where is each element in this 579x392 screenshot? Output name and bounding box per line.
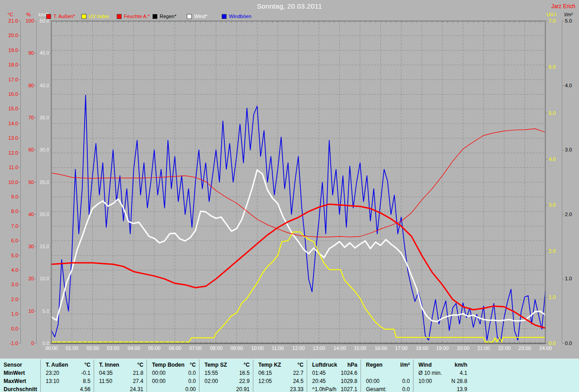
table-col-wind: Windkm/hØ 10 min.4.110:00N 28.813.9: [413, 359, 470, 392]
axis-tick-wind: 45.0: [34, 51, 49, 56]
axis-tick-temp: 19.0: [3, 48, 18, 53]
axis-tick-temp: 5.0: [3, 253, 18, 258]
axis-tick-uv: 4.0: [549, 157, 562, 162]
table-cell-value: 1027.1: [341, 386, 361, 392]
axis-tick-uv: 3.0: [549, 203, 562, 208]
table-cell-row: 12:0524.5: [253, 378, 307, 385]
axis-tick-temp: 4.0: [3, 268, 18, 273]
table-cell-row: 13:108.5: [40, 378, 94, 385]
table-cell-time: Wind: [413, 362, 432, 368]
table-cell-value: km/h: [455, 362, 470, 368]
axis-tick-wind: 10.0: [34, 276, 49, 281]
axis-tick-temp: 3.0: [3, 282, 18, 287]
time-label: 17:00: [391, 345, 411, 351]
axis-tick-temp: 20.0: [3, 33, 18, 38]
time-label: 18:00: [412, 345, 432, 351]
table-cell-time: 06:15: [253, 370, 272, 376]
table-cell-time: 12:05: [253, 378, 272, 384]
table-col-regen: Regenl/m²00:000.0Gesamt:0.0: [361, 359, 413, 392]
axis-tick-temp: 6.0: [3, 238, 18, 243]
time-label: 02:00: [83, 345, 103, 351]
axis-tick-uv: 6.0: [549, 65, 562, 70]
axis-tick-uv: 1.0: [549, 295, 562, 300]
table-cell-row: 13.9: [413, 386, 470, 392]
axis-tick-pct: 40: [19, 212, 34, 217]
table-cell-row: LuftdruckhPa: [307, 361, 361, 368]
table-cell-row: 23:20-0.1: [40, 369, 94, 377]
table-cell-row: T. Innen°C: [94, 361, 147, 368]
table-cell-value: -0.1: [81, 370, 94, 376]
table-cell-time: 15:55: [199, 370, 218, 376]
table-cell-value: 0.0: [188, 370, 199, 376]
time-label: 20:00: [453, 345, 473, 351]
table-cell-row: 20.91: [199, 386, 253, 392]
table-cell-row: 0.00: [147, 386, 199, 392]
time-label: 09:00: [227, 345, 247, 351]
table-cell-value: °C: [244, 362, 253, 368]
time-label: 12:00: [289, 345, 308, 351]
table-cell-time: Ø 10 min.: [413, 370, 442, 376]
table-cell-value: 4.1: [460, 370, 470, 376]
statistics-table: SensorMinWertMaxWertDurchschnittT. Außen…: [0, 359, 579, 392]
weather-app-window: { "header": { "title": "Sonntag, 20.03.2…: [0, 0, 579, 392]
table-cell-value: 1024.6: [341, 370, 361, 376]
time-label: 08:00: [206, 345, 226, 351]
table-cell-row: 00:000.0: [361, 378, 413, 385]
axis-tick-pct: 70: [19, 115, 34, 120]
table-cell-value: 0.0: [188, 378, 199, 384]
table-cell-time: Temp SZ: [199, 362, 227, 368]
table-cell-row: Regenl/m²: [361, 361, 413, 368]
axis-tick-pct: 20: [19, 276, 34, 281]
table-cell-value: 24.5: [293, 378, 307, 384]
time-label: 00:00: [42, 345, 62, 351]
table-row-label: MaxWert: [0, 378, 40, 385]
axis-tick-temp: 18.0: [3, 62, 18, 67]
table-col-sensor: SensorMinWertMaxWertDurchschnitt: [0, 359, 40, 392]
axis-tick-pct: 80: [19, 83, 34, 88]
table-cell-row: [361, 369, 413, 377]
time-label: 19:00: [432, 345, 452, 351]
axis-tick-temp: 21.0: [3, 19, 18, 24]
axis-tick-wind: 35.0: [34, 115, 49, 120]
axis-tick-wind: 20.0: [34, 212, 49, 217]
axis-tick-rain: 3.0: [565, 147, 579, 152]
axis-tick-pct: 50: [19, 180, 34, 185]
axis-tick-pct: 10: [19, 309, 34, 314]
table-cell-value: °C: [298, 362, 307, 368]
axis-tick-rain: 0.0: [565, 341, 579, 346]
table-cell-row: 01:451024.6: [307, 369, 361, 377]
table-cell-row: 10:00N 28.8: [413, 378, 470, 385]
axis-tick-temp: 10.0: [3, 180, 18, 185]
table-cell-value: 1029.8: [341, 378, 361, 384]
table-cell-row: ^1.0hPa/h1027.1: [307, 386, 361, 392]
table-cell-row: 00:000.0: [147, 378, 199, 385]
table-cell-row: 06:1522.7: [253, 369, 307, 377]
table-cell-row: 02:0022.9: [199, 378, 253, 385]
table-cell-time: 23:20: [40, 370, 59, 376]
table-cell-row: Windkm/h: [413, 361, 470, 368]
table-cell-row: 20:451029.8: [307, 378, 361, 385]
axis-tick-uv: 5.0: [549, 111, 562, 116]
table-cell-value: 13.9: [457, 386, 470, 392]
table-cell-value: 21.8: [133, 370, 147, 376]
axis-tick-uv: 7.0: [549, 19, 562, 24]
table-cell-row: Temp Boden°C: [147, 361, 199, 368]
table-col-luftdruck: LuftdruckhPa01:451024.620:451029.8^1.0hP…: [307, 359, 361, 392]
table-row-label: Durchschnitt: [0, 386, 40, 392]
axis-tick-temp: 17.0: [3, 77, 18, 82]
axis-tick-temp: 7.0: [3, 224, 18, 229]
table-row-label: Sensor: [0, 361, 40, 368]
table-cell-value: N 28.8: [451, 378, 470, 384]
axis-tick-temp: 11.0: [3, 165, 18, 170]
table-cell-row: Temp KZ°C: [253, 361, 307, 368]
table-cell-time: 00:00: [147, 378, 166, 384]
axis-tick-temp: 14.0: [3, 121, 18, 126]
axis-tick-temp: 12.0: [3, 151, 18, 156]
time-label: 10:00: [247, 345, 267, 351]
table-cell-time: T. Außen: [40, 362, 68, 368]
time-label: 22:00: [494, 345, 514, 351]
table-cell-row: 23.33: [253, 386, 307, 392]
table-cell-row: Ø 10 min.4.1: [413, 369, 470, 377]
time-label: 21:00: [474, 345, 494, 351]
table-cell-value: hPa: [347, 362, 361, 368]
